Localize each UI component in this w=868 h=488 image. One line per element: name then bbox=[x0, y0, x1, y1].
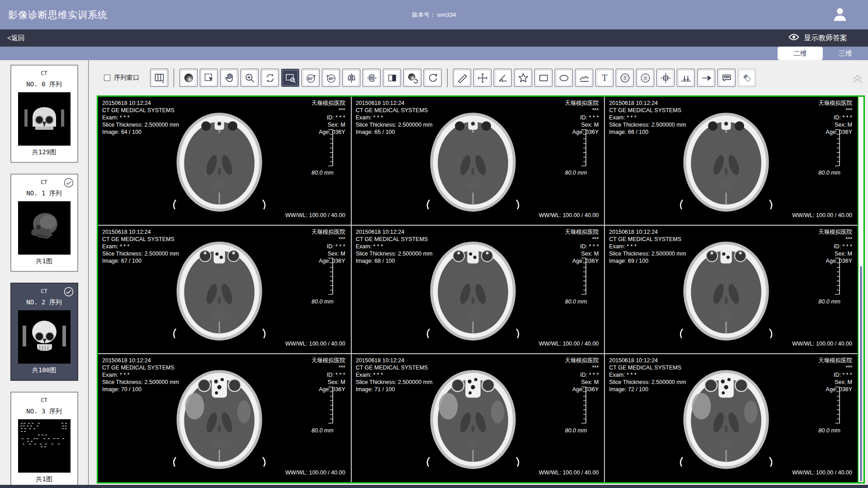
cell-stars: *** bbox=[311, 236, 345, 243]
series-window-checkbox-group[interactable]: 序列窗口 bbox=[104, 74, 139, 82]
series-count: 共1图 bbox=[11, 257, 77, 265]
scrollbar-thumb[interactable] bbox=[860, 266, 862, 481]
series-count: 共100图 bbox=[11, 366, 77, 374]
cell-meta-left: 20150618 10:12:24 CT GE MEDICAL SYSTEMS … bbox=[102, 228, 179, 265]
series-card[interactable]: CT NO. 1 序列 共1图 bbox=[10, 174, 78, 272]
crosshair-button[interactable] bbox=[473, 69, 491, 87]
main-sequence-button[interactable]: 主 bbox=[616, 69, 634, 87]
app-window: 影像诊断思维实训系统 版本号： svn334 <返回 显示教师答案 bbox=[0, 0, 868, 488]
rotate-90-cw-button[interactable]: 90° bbox=[322, 69, 340, 87]
viewer-cell[interactable]: 20150618 10:12:24 CT GE MEDICAL SYSTEMS … bbox=[605, 226, 858, 354]
reset-button[interactable] bbox=[424, 69, 442, 87]
zoom-rect-icon bbox=[284, 72, 297, 84]
tab-3d[interactable]: 三维 bbox=[823, 47, 868, 60]
cell-thickness: Slice Thickness: 2.500000 mm bbox=[356, 379, 433, 386]
cell-thickness: Slice Thickness: 2.500000 mm bbox=[609, 250, 686, 257]
histogram-button[interactable] bbox=[677, 69, 695, 87]
version-info: 版本号： svn334 bbox=[412, 11, 456, 19]
zoom-region-button[interactable] bbox=[281, 69, 299, 87]
series-layout-button[interactable] bbox=[150, 69, 168, 87]
rotate-arrows-icon bbox=[264, 72, 276, 84]
cell-datetime: 20150618 10:12:24 bbox=[102, 228, 179, 236]
rotate-90-ccw-button[interactable]: 90° bbox=[302, 69, 320, 87]
invert-button[interactable] bbox=[383, 69, 401, 87]
cell-patient-id: ID: * * * bbox=[818, 371, 852, 379]
toolbar-buttons: 90°90°T主次 bbox=[150, 68, 758, 87]
viewer-cell[interactable]: 20150618 10:12:24 CT GE MEDICAL SYSTEMS … bbox=[605, 354, 858, 482]
profile-curve-button[interactable] bbox=[575, 69, 593, 87]
series-card[interactable]: CT NO. 3 序列 共1图 bbox=[10, 392, 78, 485]
toolbar-separator bbox=[174, 68, 174, 87]
user-icon[interactable] bbox=[831, 5, 849, 24]
window-level-button[interactable] bbox=[179, 69, 198, 87]
viewer-cell[interactable]: 20150618 10:12:24 CT GE MEDICAL SYSTEMS … bbox=[98, 354, 351, 482]
series-modality: CT bbox=[11, 70, 77, 76]
series-card[interactable]: CT NO. 2 序列 共100图 bbox=[10, 283, 78, 381]
viewer-cell[interactable]: 20150618 10:12:24 CT GE MEDICAL SYSTEMS … bbox=[98, 226, 351, 354]
collapse-panel-button[interactable] bbox=[850, 70, 865, 85]
arrow-annotation-button[interactable] bbox=[697, 69, 715, 87]
localizer-button[interactable] bbox=[656, 69, 675, 87]
cell-sex: Sex: M bbox=[818, 250, 852, 257]
star-roi-button[interactable] bbox=[514, 69, 532, 87]
footer-bar bbox=[0, 485, 868, 488]
rect-roi-button[interactable] bbox=[534, 69, 552, 87]
series-sidebar: CT NO. 0 序列 共129图CT NO. 1 序列 共1图CT NO. 2… bbox=[0, 60, 89, 485]
app-title: 影像诊断思维实训系统 bbox=[8, 9, 108, 21]
marquee-select-button[interactable] bbox=[200, 69, 218, 87]
toolbar-separator bbox=[447, 68, 448, 87]
cell-exam: Exam: * * * bbox=[609, 243, 686, 250]
cell-datetime: 20150618 10:12:24 bbox=[102, 357, 179, 364]
cell-device: CT GE MEDICAL SYSTEMS bbox=[356, 236, 433, 243]
back-button[interactable]: <返回 bbox=[7, 34, 25, 43]
measure-line-button[interactable] bbox=[453, 69, 471, 87]
viewer-cell[interactable]: 20150618 10:12:24 CT GE MEDICAL SYSTEMS … bbox=[352, 226, 604, 354]
cell-exam: Exam: * * * bbox=[102, 371, 179, 379]
measure-angle-button[interactable] bbox=[494, 69, 512, 87]
tab-2d[interactable]: 二维 bbox=[778, 47, 823, 60]
refresh-icon bbox=[427, 72, 439, 84]
series-window-checkbox[interactable] bbox=[104, 75, 110, 81]
comment-button[interactable] bbox=[717, 69, 736, 87]
series-list: CT NO. 0 序列 共129图CT NO. 1 序列 共1图CT NO. 2… bbox=[0, 65, 88, 485]
viewer-cell[interactable]: 20150618 10:12:24 CT GE MEDICAL SYSTEMS … bbox=[605, 97, 858, 225]
cell-hospital: 天堰模拟医院 bbox=[818, 228, 852, 236]
series-name: NO. 0 序列 bbox=[11, 81, 77, 89]
cell-hospital: 天堰模拟医院 bbox=[818, 99, 852, 107]
select-arrow-icon bbox=[203, 72, 215, 84]
flip-horizontal-button[interactable] bbox=[342, 69, 360, 87]
show-teacher-answer-button[interactable]: 显示教师答案 bbox=[788, 31, 847, 45]
cell-patient-id: ID: * * * bbox=[565, 114, 599, 121]
cell-meta-left: 20150618 10:12:24 CT GE MEDICAL SYSTEMS … bbox=[356, 357, 433, 393]
cell-wwwl: WW/WL: 100.00 / 40.00 bbox=[792, 212, 852, 219]
window-reset-button[interactable] bbox=[403, 69, 421, 87]
text-annotation-button[interactable]: T bbox=[595, 69, 613, 87]
series-name: NO. 1 序列 bbox=[11, 190, 77, 198]
series-card[interactable]: CT NO. 0 序列 共129图 bbox=[10, 65, 78, 163]
series-name: NO. 3 序列 bbox=[11, 407, 77, 416]
cell-sex: Sex: M bbox=[311, 379, 345, 386]
cell-meta-left: 20150618 10:12:24 CT GE MEDICAL SYSTEMS … bbox=[356, 99, 433, 136]
secondary-sequence-button[interactable]: 次 bbox=[636, 69, 654, 87]
cell-stars: *** bbox=[565, 364, 599, 371]
zoom-in-button[interactable] bbox=[241, 69, 259, 87]
cell-thickness: Slice Thickness: 2.500000 mm bbox=[102, 250, 179, 257]
cell-patient-id: ID: * * * bbox=[565, 243, 599, 250]
viewer-cell[interactable]: 20150618 10:12:24 CT GE MEDICAL SYSTEMS … bbox=[352, 354, 604, 482]
rotate-button[interactable] bbox=[261, 69, 279, 87]
cell-device: CT GE MEDICAL SYSTEMS bbox=[356, 107, 433, 114]
series-thumbnail bbox=[18, 92, 71, 146]
pan-button[interactable] bbox=[220, 69, 238, 87]
cell-patient-id: ID: * * * bbox=[311, 243, 345, 250]
svg-text:次: 次 bbox=[643, 75, 648, 81]
cell-patient-id: ID: * * * bbox=[311, 114, 345, 121]
ruler-label: 80.0 mm bbox=[565, 170, 587, 176]
viewer-cell[interactable]: 20150618 10:12:24 CT GE MEDICAL SYSTEMS … bbox=[352, 97, 604, 225]
ruler-label: 80.0 mm bbox=[311, 298, 334, 305]
viewer-scrollbar[interactable] bbox=[858, 97, 863, 482]
flip-vertical-button[interactable] bbox=[363, 69, 381, 87]
svg-text:90°: 90° bbox=[307, 76, 313, 81]
viewer-cell[interactable]: 20150618 10:12:24 CT GE MEDICAL SYSTEMS … bbox=[98, 97, 351, 225]
ellipse-roi-button[interactable] bbox=[555, 69, 573, 87]
ruler-label: 80.0 mm bbox=[311, 170, 334, 176]
